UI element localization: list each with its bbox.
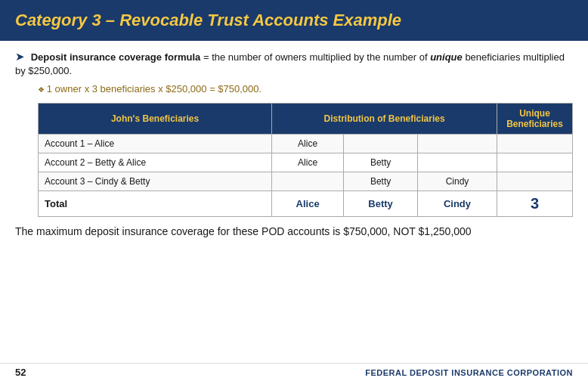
total-row: Total Alice Betty Cindy 3 — [39, 190, 573, 216]
beneficiaries-table: John's Beneficiaries Distribution of Ben… — [38, 103, 573, 217]
arrow-icon: ➤ — [15, 50, 25, 63]
table-row: Account 3 – Cindy & Betty Betty Cindy — [39, 172, 573, 190]
bullet-sub: 1 owner x 3 beneficiaries x $250,000 = $… — [38, 82, 573, 96]
account-cell: Account 1 – Alice — [39, 134, 272, 153]
max-coverage-text: The maximum deposit insurance coverage f… — [15, 225, 573, 240]
header: Category 3 – Revocable Trust Accounts Ex… — [0, 0, 588, 41]
footer-logo: FEDERAL DEPOSIT INSURANCE CORPORATION — [365, 368, 573, 377]
dist1-cell: Alice — [272, 134, 344, 153]
account-cell: Account 2 – Betty & Alice — [39, 153, 272, 172]
account-cell: Account 3 – Cindy & Betty — [39, 172, 272, 190]
page-title: Category 3 – Revocable Trust Accounts Ex… — [15, 11, 401, 30]
unique-cell — [497, 134, 573, 153]
dist2-cell: Betty — [344, 153, 418, 172]
bullet-main: ➤ Deposit insurance coverage formula = t… — [15, 48, 573, 78]
col-header-unique: Unique Beneficiaries — [497, 103, 573, 134]
dist1-cell: Alice — [272, 153, 344, 172]
col-header-dist: Distribution of Beneficiaries — [272, 103, 497, 134]
col-header-account: John's Beneficiaries — [39, 103, 272, 134]
total-d1: Alice — [272, 190, 344, 216]
table-body: Account 1 – Alice Alice Account 2 – Bett… — [39, 134, 573, 216]
total-d2: Betty — [344, 190, 418, 216]
dist3-cell: Cindy — [417, 172, 497, 190]
dist1-cell — [272, 172, 344, 190]
page: Category 3 – Revocable Trust Accounts Ex… — [0, 0, 588, 381]
page-number: 52 — [15, 367, 26, 378]
total-unique: 3 — [497, 190, 573, 216]
total-label: Total — [39, 190, 272, 216]
dist3-cell — [417, 134, 497, 153]
footer: 52 FEDERAL DEPOSIT INSURANCE CORPORATION — [0, 363, 588, 381]
unique-cell — [497, 153, 573, 172]
content: ➤ Deposit insurance coverage formula = t… — [0, 41, 588, 363]
formula-text: = the number of owners multiplied by the… — [200, 51, 430, 63]
table-row: Account 1 – Alice Alice — [39, 134, 573, 153]
table-row: Account 2 – Betty & Alice Alice Betty — [39, 153, 573, 172]
dist2-cell — [344, 134, 418, 153]
unique-label: unique — [430, 51, 463, 63]
dist2-cell: Betty — [344, 172, 418, 190]
dist3-cell — [417, 153, 497, 172]
table-header-row: John's Beneficiaries Distribution of Ben… — [39, 103, 573, 134]
formula-label: Deposit insurance coverage formula — [31, 51, 201, 63]
total-d3: Cindy — [417, 190, 497, 216]
unique-cell — [497, 172, 573, 190]
